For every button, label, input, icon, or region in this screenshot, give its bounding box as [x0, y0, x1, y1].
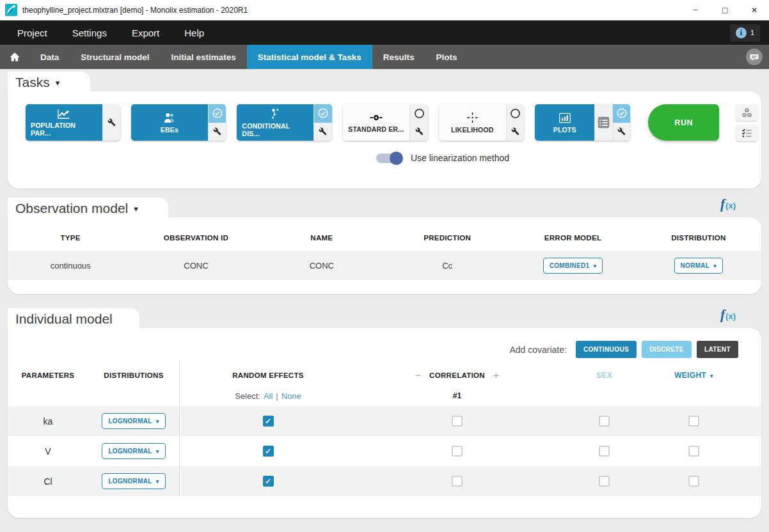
likelihood-settings-button[interactable] — [507, 123, 525, 141]
tasks-section: Tasks POPULATION PAR... — [8, 72, 761, 189]
weight-checkbox-ka[interactable] — [688, 416, 699, 426]
sex-checkbox-v[interactable] — [599, 446, 610, 457]
wrench-icon — [415, 127, 424, 136]
close-icon[interactable] — [740, 0, 769, 20]
population-parameters-button[interactable]: POPULATION PAR... — [26, 104, 102, 141]
error-model-dropdown[interactable]: COMBINED1 — [543, 258, 603, 274]
check-circle-icon — [212, 107, 223, 119]
select-none-link[interactable]: None — [281, 391, 301, 401]
plots-list-button[interactable] — [594, 104, 612, 141]
distribution-cell: LOGNORMAL — [88, 473, 179, 489]
task-conditional-distribution[interactable]: CONDITIONAL DIS... — [237, 104, 331, 141]
sex-checkbox-ka[interactable] — [599, 416, 610, 426]
plots-button[interactable]: PLOTS — [535, 104, 594, 141]
feedback-chat-button[interactable] — [746, 45, 769, 69]
tab-initial-estimates[interactable]: Initial estimates — [161, 45, 247, 69]
plots-done-badge[interactable] — [613, 104, 631, 123]
correlation-checkbox-ka[interactable] — [452, 416, 463, 426]
parameter-row-v: V LOGNORMAL — [8, 436, 761, 466]
scenario-button[interactable] — [736, 104, 757, 121]
col-weight[interactable]: WEIGHT — [651, 362, 737, 385]
chevron-down-icon[interactable] — [134, 204, 141, 214]
task-ebes[interactable]: EBEs — [131, 104, 226, 141]
empty-circle-icon — [511, 109, 520, 118]
weight-checkbox-cl[interactable] — [688, 476, 699, 487]
observation-model-header: Observation model — [8, 198, 168, 217]
parameter-name: ka — [8, 416, 88, 426]
tab-results[interactable]: Results — [372, 45, 425, 69]
correlation-checkbox-cl[interactable] — [452, 476, 463, 487]
task-standard-errors[interactable]: STANDARD ER... — [343, 104, 428, 141]
tab-structural-model[interactable]: Structural model — [70, 45, 160, 69]
conditional-settings-button[interactable] — [314, 123, 332, 141]
distribution-value: LOGNORMAL — [108, 478, 152, 485]
toggle-knob — [390, 152, 403, 165]
run-button[interactable]: RUN — [648, 104, 719, 141]
observation-table-row: continuous CONC CONC Cc COMBINED1 NORMAL — [8, 251, 761, 280]
likelihood-button[interactable]: LIKELIHOOD — [439, 104, 506, 141]
select-separator: | — [276, 391, 278, 401]
standard-errors-status[interactable] — [410, 104, 428, 123]
correlation-cell — [356, 416, 558, 426]
chevron-down-icon — [713, 262, 717, 269]
node-icon — [369, 112, 383, 123]
add-continuous-covariate-button[interactable]: CONTINUOUS — [576, 341, 637, 358]
add-latent-covariate-button[interactable]: LATENT — [697, 341, 738, 358]
conditional-done-badge[interactable] — [314, 104, 332, 123]
tab-statistical-model-tasks[interactable]: Statistical model & Tasks — [247, 45, 372, 69]
random-effect-checkbox-cl[interactable] — [263, 476, 274, 487]
individual-model-section: Individual model f (x) Add covariate: CO… — [8, 308, 761, 518]
tab-data[interactable]: Data — [29, 45, 70, 69]
individual-formula-button[interactable]: f (x) — [720, 308, 736, 322]
menu-bar: Project Settings Export Help i 1 — [0, 20, 769, 45]
observation-table-header: TYPE OBSERVATION ID NAME PREDICTION ERRO… — [8, 228, 761, 251]
conditional-distribution-button[interactable]: CONDITIONAL DIS... — [237, 104, 313, 141]
task-population-parameters[interactable]: POPULATION PAR... — [26, 104, 120, 141]
standard-errors-settings-button[interactable] — [410, 123, 428, 141]
select-all-link[interactable]: All — [264, 391, 273, 401]
menu-settings[interactable]: Settings — [72, 27, 107, 38]
random-effect-checkbox-ka[interactable] — [263, 416, 274, 426]
ebes-button[interactable]: EBEs — [131, 104, 208, 141]
task-list-button[interactable] — [736, 125, 757, 141]
notifications-badge[interactable]: i 1 — [730, 24, 760, 42]
minimize-icon[interactable] — [681, 0, 710, 20]
task-label: EBEs — [161, 126, 178, 134]
error-model-value: COMBINED1 — [550, 262, 590, 269]
menu-help[interactable]: Help — [184, 27, 204, 38]
standard-errors-button[interactable]: STANDARD ER... — [343, 104, 410, 141]
plots-settings-button[interactable] — [613, 123, 631, 141]
tab-home[interactable] — [0, 45, 29, 69]
population-settings-button[interactable] — [103, 104, 121, 141]
distribution-dropdown-v[interactable]: LOGNORMAL — [102, 443, 165, 459]
sex-checkbox-cl[interactable] — [599, 476, 610, 487]
col-type: TYPE — [8, 228, 133, 251]
likelihood-status[interactable] — [507, 104, 525, 123]
add-correlation-button[interactable]: + — [493, 370, 499, 380]
run-utility-buttons — [736, 104, 757, 141]
ebes-done-badge[interactable] — [209, 104, 226, 123]
random-effect-checkbox-v[interactable] — [263, 446, 274, 457]
chevron-down-icon — [156, 448, 159, 455]
chevron-down-icon — [593, 262, 596, 269]
linearization-toggle[interactable] — [376, 153, 402, 163]
menu-project[interactable]: Project — [17, 27, 47, 38]
distribution-dropdown-ka[interactable]: LOGNORMAL — [102, 413, 165, 429]
maximize-icon[interactable] — [710, 0, 740, 20]
chevron-down-icon[interactable] — [56, 78, 63, 88]
correlation-checkbox-v[interactable] — [452, 446, 463, 457]
task-likelihood[interactable]: LIKELIHOOD — [439, 104, 524, 141]
observation-formula-button[interactable]: f (x) — [720, 198, 736, 211]
ebes-settings-button[interactable] — [209, 123, 226, 141]
weight-checkbox-v[interactable] — [688, 446, 699, 457]
obs-distribution-dropdown[interactable]: NORMAL — [674, 258, 724, 274]
add-discrete-covariate-button[interactable]: DISCRETE — [642, 341, 692, 358]
distribution-dropdown-cl[interactable]: LOGNORMAL — [102, 473, 165, 489]
remove-correlation-button[interactable]: − — [415, 370, 421, 380]
menu-export[interactable]: Export — [132, 27, 159, 38]
task-plots[interactable]: PLOTS — [535, 104, 630, 141]
info-icon: i — [736, 27, 747, 38]
tab-plots[interactable]: Plots — [425, 45, 468, 69]
linearization-row: Use linearization method — [77, 153, 769, 163]
sex-cell — [558, 476, 651, 487]
